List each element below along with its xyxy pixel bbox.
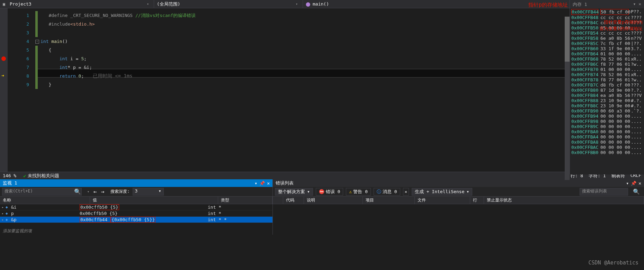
search-icon[interactable]: 🔍 (72, 188, 83, 195)
code-editor[interactable]: #define _CRT_SECURE_NO_WARNINGS //消除vs对s… (35, 8, 644, 172)
pin-icon[interactable]: 📌 (259, 181, 265, 186)
error-icon: ⛔ (319, 189, 324, 194)
project-name: Project3 (10, 1, 147, 7)
dropdown-icon[interactable]: ▾ (626, 181, 629, 186)
scope-text: (全局范围) (157, 1, 296, 7)
solution-dropdown[interactable]: 整个解决方案▾ (275, 188, 313, 196)
nav-back-icon[interactable]: ← (91, 188, 99, 195)
memory-row[interactable]: 0x00CFFBAC00 00 00 00.... (571, 145, 643, 150)
memory-title: 内存 1 (573, 1, 587, 7)
memory-row[interactable]: 0x00CFFBA800 00 00 00.... (571, 140, 643, 145)
memory-row[interactable]: 0x00CFFBA400 00 00 00.... (571, 134, 643, 140)
memory-row[interactable]: 0x00CFFBB000 00 00 00.... (571, 150, 643, 155)
expand-icon[interactable]: ▸ (0, 218, 6, 222)
error-col-line[interactable]: 行 (470, 197, 484, 204)
watch-rows[interactable]: ▸◈ &i0x00cffb50 {5}int *▸◈ p0x00cffb50 {… (0, 204, 272, 227)
memory-row[interactable]: 0x00CFFB6401 00 00 00.... (571, 51, 643, 56)
add-watch-hint[interactable]: 添加要监视的项 (0, 227, 272, 235)
project-dropdown[interactable]: ▣ Project3 ▾ (0, 0, 154, 8)
errors-filter-button[interactable]: ⛔错误 0 (316, 188, 343, 196)
memory-row[interactable]: 0x00CFFB7478 52 06 01xR.. (571, 72, 643, 77)
expand-icon[interactable]: ▸ (0, 205, 6, 209)
watch-col-type[interactable]: 类型 (218, 197, 272, 204)
close-icon[interactable]: ✕ (638, 181, 641, 186)
watch-panel: 监视 1 ▾📌✕ 搜索(Ctrl+E) 🔍 ▾ ← → 搜索深度: 3 ▾ 名称… (0, 179, 273, 235)
dropdown-icon[interactable]: ▾ (254, 181, 257, 186)
close-icon[interactable]: ✕ (267, 181, 270, 186)
error-title-bar[interactable]: 错误列表 ▾📌✕ (273, 179, 644, 187)
project-icon: ▣ (3, 2, 8, 7)
memory-row[interactable]: 0x00CFFB7Cd8 fb cf 00???. (571, 82, 643, 88)
intellisense-dropdown[interactable]: 生成 + IntelliSense▾ (412, 188, 472, 196)
watch-header: 名称 值 类型 (0, 197, 272, 204)
memory-row[interactable]: 0x00CFFBA000 00 00 00.... (571, 129, 643, 134)
search-icon[interactable]: 🔍 (631, 188, 642, 195)
memory-row[interactable]: 0x00CFFB6Cf8 77 06 01?w.. (571, 62, 643, 67)
memory-row[interactable]: 0x00CFFB9800 00 00 00.... (571, 119, 643, 124)
error-col-code[interactable]: 代码 (283, 197, 304, 204)
chevron-down-icon: ▾ (147, 2, 151, 6)
zoom-level[interactable]: 146 % (3, 173, 16, 178)
error-header: 代码 说明 项目 文件 行 禁止显示状态 (273, 197, 644, 204)
memory-panel-header: 内存 1 ▾ × (570, 0, 644, 8)
info-icon: ⓘ (377, 189, 381, 195)
memory-row[interactable]: 0x00CFFB586e a0 8b 56n??V (571, 36, 643, 41)
memory-row[interactable]: 0x00CFFB4450 fb cf 00P??. (571, 9, 643, 15)
error-col-desc[interactable]: 说明 (304, 197, 363, 204)
memory-row[interactable]: 0x00CFFB8C23 10 9e 00#.?. (571, 103, 643, 108)
watch-row[interactable]: ▸◈ &i0x00cffb50 {5}int * (0, 204, 272, 210)
vertical-scrollbar[interactable] (565, 17, 570, 180)
memory-row[interactable]: 0x00CFFB84ea a0 8b 56???V (571, 93, 643, 98)
watch-row[interactable]: ▸◈ &p0x00cffb44 {0x00cffb50 {5}}int * * (0, 217, 272, 223)
warning-icon: ⚠ (349, 189, 352, 194)
memory-row[interactable]: 0x00CFFB6033 1f 9e 003.?. (571, 46, 643, 51)
current-line-arrow-icon: ➔ (1, 73, 4, 78)
scrollbar-thumb[interactable] (565, 17, 570, 62)
memory-row[interactable]: 0x00CFFB8087 1d 9e 00?.?. (571, 88, 643, 93)
depth-select[interactable]: 3 ▾ (133, 188, 164, 196)
watch-row[interactable]: ▸◈ p0x00cffb50 {5}int * (0, 210, 272, 217)
breakpoint-icon[interactable] (1, 56, 6, 61)
nav-fwd-icon[interactable]: → (99, 188, 107, 195)
memory-row[interactable]: 0x00CFFB9000 60 a3 00.`?. (571, 108, 643, 114)
error-col-suppress[interactable]: 禁止显示状态 (484, 197, 644, 204)
error-list-panel: 错误列表 ▾📌✕ 整个解决方案▾ ⛔错误 0 ⚠警告 0 ⓘ消息 0 ✕ 生成 … (273, 179, 644, 235)
memory-row[interactable]: 0x00CFFB9C00 00 00 00.... (571, 124, 643, 129)
pin-icon[interactable]: 📌 (631, 181, 636, 186)
close-icon[interactable]: ▾ × (633, 1, 641, 7)
breakpoint-gutter[interactable]: ➔ (0, 8, 8, 172)
depth-label: 搜索深度: (110, 189, 129, 195)
scope-dropdown[interactable]: (全局范围) ▾ (154, 0, 303, 8)
watermark: CSDN @Aerobatics (589, 260, 639, 266)
fold-icon[interactable]: − (35, 40, 39, 44)
memory-row[interactable]: 0x00CFFB5C7c fb cf 00|??. (571, 41, 643, 46)
watch-col-name[interactable]: 名称 (0, 197, 90, 204)
clear-filter-button[interactable]: ✕ (403, 188, 409, 196)
variable-icon: ◈ (6, 205, 11, 209)
chevron-down-icon: ▾ (296, 2, 300, 6)
memory-row[interactable]: 0x00CFFB6878 52 06 01xR.. (571, 56, 643, 62)
memory-row[interactable]: 0x00CFFB7001 00 00 00.... (571, 67, 643, 72)
memory-row[interactable]: 0x00CFFB9400 00 00 00.... (571, 114, 643, 119)
watch-title: 监视 1 (3, 180, 17, 186)
error-col-icon[interactable] (273, 197, 283, 204)
watch-title-bar[interactable]: 监视 1 ▾📌✕ (0, 179, 272, 187)
watch-col-value[interactable]: 值 (90, 197, 218, 204)
annotation-pointer-address: 指针p的存储地址 (528, 2, 568, 8)
bottom-panels: 监视 1 ▾📌✕ 搜索(Ctrl+E) 🔍 ▾ ← → 搜索深度: 3 ▾ 名称… (0, 179, 644, 235)
chevron-down-icon[interactable]: ▾ (87, 190, 91, 194)
memory-row[interactable]: 0x00CFFB8823 10 9e 00#.?. (571, 98, 643, 103)
error-col-project[interactable]: 项目 (363, 197, 415, 204)
check-icon: ✔ (23, 173, 26, 179)
error-search-input[interactable]: 搜索错误列表 (580, 188, 628, 196)
issues-text: 未找到相关问题 (28, 173, 571, 179)
function-icon: ⬤ (306, 2, 311, 7)
expand-icon[interactable]: ▸ (0, 212, 6, 215)
memory-row[interactable]: 0x00CFFB78f8 77 06 01?w.. (571, 77, 643, 82)
error-col-file[interactable]: 文件 (415, 197, 470, 204)
watch-search-input[interactable]: 搜索(Ctrl+E) (2, 188, 82, 196)
warnings-filter-button[interactable]: ⚠警告 0 (346, 188, 370, 196)
annotation-pointer-content: 指针变量p存储的内容为变量i的存储地址 (599, 19, 643, 32)
messages-filter-button[interactable]: ⓘ消息 0 (374, 188, 400, 196)
watch-search-row: 搜索(Ctrl+E) 🔍 ▾ ← → 搜索深度: 3 ▾ (0, 187, 272, 197)
